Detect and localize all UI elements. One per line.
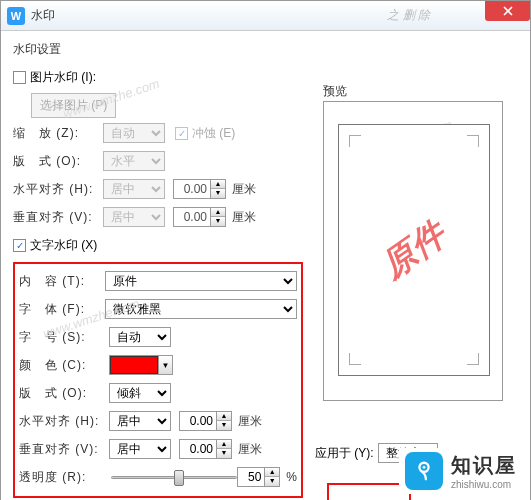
opacity-unit: % xyxy=(286,470,297,484)
opacity-label: 透明度 (R): xyxy=(19,469,107,486)
crop-corner-icon xyxy=(467,135,479,147)
spin-up-icon[interactable]: ▲ xyxy=(217,412,231,421)
content-select[interactable]: 原件 xyxy=(105,271,297,291)
svg-point-1 xyxy=(423,466,426,469)
content-label: 内 容 (T): xyxy=(19,273,105,290)
dropdown-arrow-icon: ▼ xyxy=(158,356,172,374)
img-layout-label: 版 式 (O): xyxy=(13,153,103,170)
img-valign-input xyxy=(173,207,211,227)
img-halign-input xyxy=(173,179,211,199)
color-picker[interactable]: ▼ xyxy=(109,355,173,375)
image-watermark-row: 图片水印 (I): xyxy=(13,64,518,90)
slider-thumb[interactable] xyxy=(174,470,184,486)
titlebar-ghost-text: 之 删 除 xyxy=(387,7,430,24)
text-watermark-checkbox[interactable] xyxy=(13,239,26,252)
opacity-spinner[interactable]: ▲▼ xyxy=(237,467,280,487)
dialog-body: 水印设置 www.wmzhe.com www.wmzhe.com 图片水印 (I… xyxy=(1,31,530,500)
spin-down-icon[interactable]: ▼ xyxy=(265,477,279,486)
preview-label: 预览 xyxy=(323,83,347,100)
crop-corner-icon xyxy=(349,135,361,147)
img-valign-select: 居中 xyxy=(103,207,165,227)
unit-cm: 厘米 xyxy=(232,209,256,226)
spin-down-icon[interactable]: ▼ xyxy=(217,421,231,430)
txt-halign-label: 水平对齐 (H): xyxy=(19,413,109,430)
img-halign-spinner: ▲▼ xyxy=(173,179,226,199)
opacity-slider[interactable] xyxy=(111,468,238,486)
crop-corner-icon xyxy=(467,353,479,365)
font-label: 字 体 (F): xyxy=(19,301,105,318)
img-valign-spinner: ▲▼ xyxy=(173,207,226,227)
txt-valign-select[interactable]: 居中 xyxy=(109,439,171,459)
spin-down-icon: ▼ xyxy=(211,189,225,198)
size-select[interactable]: 自动 xyxy=(109,327,171,347)
brand-name: 知识屋 xyxy=(451,452,517,479)
watermark-dialog: W 水印 之 删 除 水印设置 www.wmzhe.com www.wmzhe.… xyxy=(0,0,531,500)
scale-select: 自动 xyxy=(103,123,165,143)
preview-page: 原件 xyxy=(338,124,490,376)
apply-label: 应用于 (Y): xyxy=(315,445,374,462)
image-watermark-checkbox[interactable] xyxy=(13,71,26,84)
img-halign-label: 水平对齐 (H): xyxy=(13,181,103,198)
close-button[interactable] xyxy=(485,1,530,21)
text-watermark-label: 文字水印 (X) xyxy=(30,237,97,254)
txt-layout-select[interactable]: 倾斜 xyxy=(109,383,171,403)
unit-cm: 厘米 xyxy=(238,441,262,458)
crop-corner-icon xyxy=(349,353,361,365)
img-halign-select: 居中 xyxy=(103,179,165,199)
txt-valign-input[interactable] xyxy=(179,439,217,459)
spin-down-icon[interactable]: ▼ xyxy=(217,449,231,458)
window-title: 水印 xyxy=(31,7,55,24)
select-image-button: 选择图片 (P) xyxy=(31,93,116,118)
highlight-box: 内 容 (T): 原件 字 体 (F): 微软雅黑 字 号 (S): 自动 颜 … xyxy=(13,262,303,498)
txt-halign-select[interactable]: 居中 xyxy=(109,411,171,431)
txt-valign-label: 垂直对齐 (V): xyxy=(19,441,109,458)
unit-cm: 厘米 xyxy=(238,413,262,430)
font-select[interactable]: 微软雅黑 xyxy=(105,299,297,319)
image-watermark-label: 图片水印 (I): xyxy=(30,69,96,86)
brand-domain: zhishiwu.com xyxy=(451,479,517,490)
spin-up-icon: ▲ xyxy=(211,180,225,189)
titlebar: W 水印 之 删 除 xyxy=(1,1,530,31)
img-valign-label: 垂直对齐 (V): xyxy=(13,209,103,226)
brand-badge: 知识屋 zhishiwu.com xyxy=(399,448,523,494)
opacity-input[interactable] xyxy=(237,467,265,487)
color-label: 颜 色 (C): xyxy=(19,357,109,374)
brand-icon xyxy=(405,452,443,490)
washout-label: 冲蚀 (E) xyxy=(192,125,235,142)
spin-up-icon: ▲ xyxy=(211,208,225,217)
txt-layout-label: 版 式 (O): xyxy=(19,385,109,402)
txt-valign-spinner[interactable]: ▲▼ xyxy=(179,439,232,459)
app-icon: W xyxy=(7,7,25,25)
preview-watermark-text: 原件 xyxy=(373,212,455,289)
size-label: 字 号 (S): xyxy=(19,329,109,346)
img-layout-select: 水平 xyxy=(103,151,165,171)
unit-cm: 厘米 xyxy=(232,181,256,198)
scale-label: 缩 放 (Z): xyxy=(13,125,103,142)
washout-checkbox xyxy=(175,127,188,140)
section-title: 水印设置 xyxy=(13,41,518,58)
color-swatch xyxy=(110,356,158,374)
spin-down-icon: ▼ xyxy=(211,217,225,226)
spin-up-icon[interactable]: ▲ xyxy=(217,440,231,449)
txt-halign-input[interactable] xyxy=(179,411,217,431)
spin-up-icon[interactable]: ▲ xyxy=(265,468,279,477)
txt-halign-spinner[interactable]: ▲▼ xyxy=(179,411,232,431)
preview-panel: www.wmzhe.com www.wmzhe.com 原件 xyxy=(323,101,503,401)
